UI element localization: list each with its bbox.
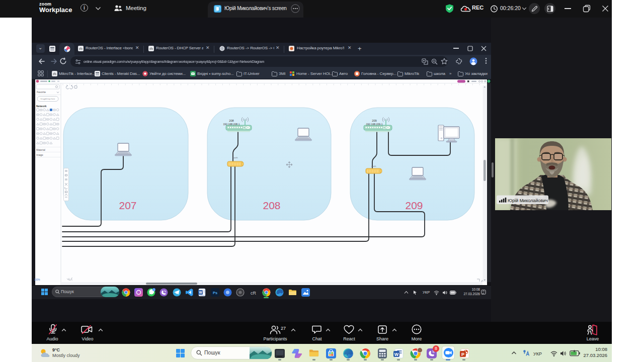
svg-text:208: 208 bbox=[263, 200, 280, 211]
svg-text:209: 209 bbox=[405, 200, 423, 211]
svg-text:Drag&Drop here: Drag&Drop here bbox=[40, 98, 55, 100]
svg-text:207: 207 bbox=[119, 200, 136, 211]
svg-text:Favorite: Favorite bbox=[37, 90, 46, 94]
svg-text:W: W bbox=[394, 352, 399, 357]
svg-text:Material: Material bbox=[36, 148, 45, 151]
svg-text:Ps: Ps bbox=[213, 291, 217, 295]
svg-text:209: 209 bbox=[372, 119, 377, 122]
svg-text:100%: 100% bbox=[34, 279, 40, 281]
svg-text:cR: cR bbox=[251, 291, 257, 296]
svg-text:swith: swith bbox=[233, 156, 238, 159]
svg-text:W: W bbox=[199, 291, 202, 294]
svg-text:Юрій Миколайович: Юрій Миколайович bbox=[508, 198, 548, 203]
svg-text:swith: swith bbox=[371, 165, 376, 167]
svg-text:208: 208 bbox=[229, 119, 234, 122]
svg-text:Image: Image bbox=[36, 153, 43, 156]
svg-text:192.168.209.1: 192.168.209.1 bbox=[366, 123, 382, 126]
svg-text:192.168.208.1: 192.168.208.1 bbox=[223, 123, 239, 126]
svg-text:Network: Network bbox=[36, 105, 47, 108]
svg-text:P: P bbox=[461, 352, 464, 357]
